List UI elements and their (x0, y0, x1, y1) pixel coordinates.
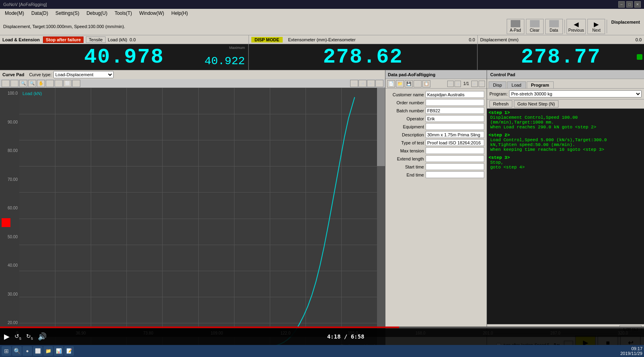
chrome-icon[interactable]: ● (22, 346, 32, 356)
tab-program[interactable]: Program (527, 81, 554, 88)
menu-settings[interactable]: Settings(S) (52, 10, 82, 17)
data-new-btn[interactable]: 📄 (387, 80, 395, 87)
step-2-line-1: Load Control,Speed 5.000 (kN/s),Target:3… (490, 138, 642, 142)
curve-pad-title: Curve Pad (2, 72, 24, 77)
next-page-btn[interactable]: ▶ (471, 81, 478, 87)
menu-debug[interactable]: Debug(U) (83, 10, 110, 17)
pan-tool[interactable]: ✋ (37, 80, 45, 87)
order-number-row: Order number (388, 99, 484, 106)
zoom-in-tool[interactable]: 🔍 (19, 80, 27, 87)
program-row: Program: Pre-stretch 30000 kg (487, 89, 644, 99)
scroll-right[interactable] (377, 88, 385, 349)
tab-load[interactable]: Load (507, 81, 526, 88)
three-panel-header: Load & Extension Stop after failure Tens… (0, 35, 644, 44)
app-icon-2[interactable]: ⬜ (33, 346, 43, 356)
volume-button[interactable]: 🔊 (38, 332, 47, 341)
data-open-btn[interactable]: 📁 (396, 80, 404, 87)
maximum-label: Maximum (229, 46, 245, 50)
rewind-5s-button[interactable]: ↺5 (14, 333, 21, 341)
next-nav[interactable]: ▶ (367, 80, 375, 87)
curve-svg (19, 88, 377, 349)
step-1-line-1: Displacement Control,Speed 100.00 (490, 115, 642, 120)
app-icon-5[interactable]: 📝 (64, 346, 74, 356)
menu-data[interactable]: Data(D) (28, 10, 51, 17)
goto-next-step-button[interactable]: Goto Next Step (N) (514, 100, 559, 108)
first-page-btn[interactable]: ⏮ (447, 81, 454, 87)
ext-header: DISP MODE Extensometer (mm)-Extensometer… (249, 35, 478, 44)
extend-length-input[interactable] (426, 155, 484, 162)
apad-button[interactable]: A-Pad (507, 19, 524, 34)
forward-5s-button[interactable]: ↻5 (26, 333, 33, 341)
previous-button[interactable]: ◀ Previous (567, 19, 586, 34)
program-select[interactable]: Pre-stretch 30000 kg (509, 90, 642, 97)
clear-button[interactable]: Clear (526, 19, 544, 34)
more-tool[interactable]: ⋯ (72, 80, 80, 87)
type-of-test-input[interactable] (426, 139, 484, 146)
pencil-tool[interactable]: ✏ (46, 80, 54, 87)
data-print-btn[interactable]: 🖨 (414, 80, 422, 87)
description-input[interactable] (426, 131, 484, 138)
next-button[interactable]: ▶ Next (587, 19, 605, 34)
data-copy-btn[interactable]: 📋 (422, 80, 430, 87)
start-menu-icon[interactable]: ⊞ (2, 346, 11, 356)
titlebar-title: GoNoV [AoFaRigging] (3, 2, 47, 7)
maximize-button[interactable]: □ (626, 1, 633, 8)
control-pad: Control Pad Disp Load Program Program: P… (487, 70, 644, 357)
app-icon-4[interactable]: 📊 (54, 346, 63, 356)
step-3-header: <step 3> (489, 155, 642, 160)
tab-disp[interactable]: Disp (489, 81, 506, 88)
cursor-tool[interactable]: ↖ (2, 80, 10, 87)
curve-toolbar: ↖ + 🔍 🔍 ✋ ✏ ⚙ ⬜ ⋯ ⏮ ◀ ▶ ⏭ (0, 79, 385, 88)
start-time-input[interactable] (426, 163, 484, 170)
close-button[interactable]: ✕ (634, 1, 641, 8)
curve-type-label: Curve type: (29, 72, 51, 77)
end-time-label: End time (388, 172, 424, 177)
step-3-line-2: goto <step 4> (490, 165, 642, 170)
export-tool[interactable]: ⬜ (63, 80, 71, 87)
taskbar-datetime: 09:17 2019/11/29 (620, 346, 642, 356)
ext-header-label: Extensometer (mm)-Extensometer (288, 37, 356, 42)
step-3-block: <step 3> Stop, goto <step 4> (489, 155, 642, 170)
scroll-thumb[interactable] (377, 88, 385, 166)
customer-name-input[interactable] (426, 91, 484, 98)
last-page-btn[interactable]: ⏭ (479, 81, 485, 87)
end-time-input[interactable] (426, 171, 484, 178)
menu-mode[interactable]: Mode(M) (2, 10, 27, 17)
curve-content: 100.0 90.00 80.00 70.00 60.00 50.00 40.0… (0, 88, 385, 357)
main-area: Load & Extension Stop after failure Tens… (0, 35, 644, 357)
stop-after-failure-button[interactable]: Stop after failure (43, 37, 84, 43)
order-number-label: Order number (388, 100, 424, 105)
step-1-line-3: When Load reaches 290.0 kN goto <step 2> (490, 125, 642, 130)
curve-type-select[interactable]: Load-Displacement (53, 71, 114, 78)
step-3-line-1: Stop, (490, 160, 642, 165)
add-point-tool[interactable]: + (10, 80, 18, 87)
data-pad: Data pad-AoFaRigging 📄 📁 💾 🖨 📋 ⏮ ◀ 1/1 ▶… (385, 70, 487, 357)
settings-tool[interactable]: ⚙ (55, 80, 63, 87)
search-icon[interactable]: 🔍 (12, 346, 22, 356)
max-tension-input[interactable] (426, 147, 484, 154)
equipment-input[interactable] (426, 123, 484, 130)
operator-input[interactable] (426, 115, 484, 122)
app-icon-3[interactable]: 📁 (43, 346, 53, 356)
refresh-button[interactable]: Refresh (489, 100, 512, 108)
tensile-button[interactable]: Tensile (86, 37, 105, 43)
step-1-header: <step 1> (489, 110, 642, 115)
home-nav[interactable]: ⏮ (350, 80, 358, 87)
step-2-header: <step 2> (489, 133, 642, 138)
data-button[interactable]: Data (545, 19, 563, 34)
prev-nav[interactable]: ◀ (359, 80, 367, 87)
menu-tools[interactable]: Tools(T) (111, 10, 135, 17)
toolbar-status: Displacement, Target:1000.000mm, Speed:1… (2, 24, 505, 29)
menu-help[interactable]: Help(H) (168, 10, 191, 17)
menu-window[interactable]: Window(W) (136, 10, 167, 17)
batch-number-input[interactable] (426, 107, 484, 114)
load-extension-header: Load & Extension Stop after failure Tens… (0, 35, 249, 44)
data-save-btn[interactable]: 💾 (405, 80, 413, 87)
order-number-input[interactable] (426, 99, 484, 106)
play-button[interactable]: ▶ (4, 332, 10, 341)
prev-page-btn[interactable]: ◀ (454, 81, 461, 87)
minimize-button[interactable]: – (618, 1, 625, 8)
end-nav[interactable]: ⏭ (375, 80, 383, 87)
zoom-out-tool[interactable]: 🔍 (28, 80, 36, 87)
disp-header-label: Displacement (mm) (480, 37, 518, 42)
